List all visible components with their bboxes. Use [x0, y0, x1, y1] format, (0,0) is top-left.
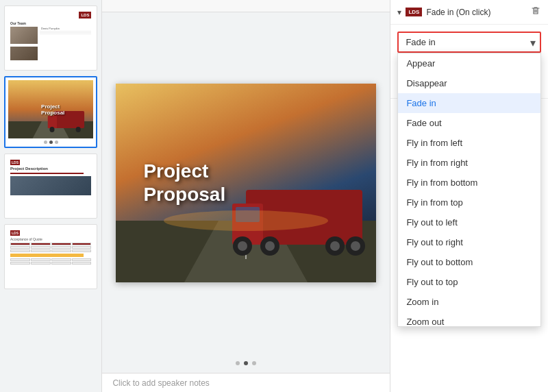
animation-type-select[interactable]: Fade in	[397, 32, 541, 53]
slide1-img2	[10, 47, 38, 60]
slide2-title: ProjectProposal	[37, 103, 64, 116]
speaker-notes-placeholder: Click to add speaker notes	[112, 378, 209, 388]
animation-header: ▾ LDS Fade in (On click)	[390, 0, 548, 25]
option-fly-in-right[interactable]: Fly in from right	[398, 153, 540, 173]
slide-thumb-4[interactable]: 4 LDS Acceptance of Quote	[4, 224, 97, 289]
slide-title-line1: Project	[143, 160, 225, 183]
chevron-down-icon[interactable]: ▾	[397, 8, 401, 17]
option-fly-out-right[interactable]: Fly out to right	[398, 232, 540, 252]
option-fade-out[interactable]: Fade out	[398, 113, 540, 133]
slide1-img1	[10, 27, 38, 44]
slide-thumb-inner-4: LDS Acceptance of Quote	[8, 228, 94, 286]
option-fly-out-bottom[interactable]: Fly out to bottom	[398, 252, 540, 272]
option-appear[interactable]: Appear	[398, 53, 540, 73]
page-dot-2	[244, 361, 248, 365]
animation-type-dropdown-wrapper: Fade in ▾ Appear Disappear Fade in Fade …	[397, 32, 541, 53]
slide-thumbnails-panel: 1 LDS Our Team Denis Pumpkin	[0, 0, 102, 392]
svg-point-22	[164, 210, 328, 231]
svg-point-15	[238, 241, 247, 251]
option-fade-in[interactable]: Fade in	[398, 93, 540, 113]
slide2-bg: ProjectProposal	[8, 80, 93, 138]
slide-thumb-inner-2: ProjectProposal	[8, 80, 93, 138]
main-editor-area: Project Proposal Click to add speaker no…	[102, 0, 390, 392]
delete-animation-button[interactable]	[530, 5, 541, 19]
animation-dropdown-menu: Appear Disappear Fade in Fade out Fly in…	[397, 53, 541, 327]
main-slide[interactable]: Project Proposal	[116, 84, 376, 282]
slide-thumb-1[interactable]: 1 LDS Our Team Denis Pumpkin	[4, 5, 97, 71]
svg-point-5	[49, 127, 54, 132]
table-row-4	[10, 262, 91, 265]
slide1-text: Denis Pumpkin	[41, 27, 91, 30]
slide-title-line2: Proposal	[143, 183, 225, 206]
svg-point-17	[265, 241, 275, 251]
slide3-img	[10, 176, 91, 195]
svg-rect-4	[48, 116, 57, 128]
page-dot-3	[252, 361, 256, 365]
slide-background: Project Proposal	[116, 84, 376, 282]
slide1-logo: LDS	[79, 12, 91, 19]
slide-thumb-3[interactable]: 3 LDS Project Description	[4, 154, 97, 219]
animation-controls: Fade in ▾ Appear Disappear Fade in Fade …	[390, 25, 548, 99]
slide1-header: Our Team	[10, 21, 91, 25]
speaker-notes-bar[interactable]: Click to add speaker notes	[102, 373, 390, 392]
slide-thumb-inner-3: LDS Project Description	[8, 157, 94, 215]
slide-canvas-container[interactable]: Project Proposal	[102, 12, 390, 354]
option-fly-in-top[interactable]: Fly in from top	[398, 193, 540, 212]
svg-point-19	[330, 241, 340, 251]
dot-3	[55, 140, 58, 144]
option-fly-out-top[interactable]: Fly out to top	[398, 272, 540, 292]
dot-1	[44, 140, 47, 144]
slide-thumb-inner-1: LDS Our Team Denis Pumpkin	[8, 9, 94, 67]
slide3-logo: LDS	[10, 160, 20, 165]
option-disappear[interactable]: Disappear	[398, 73, 540, 93]
slide4-title: Acceptance of Quote	[10, 237, 91, 241]
slide3-bar	[10, 173, 84, 174]
slide4-logo: LDS	[10, 230, 20, 236]
slide-page-indicator	[102, 354, 390, 373]
svg-point-21	[351, 241, 360, 251]
table-row-2	[10, 249, 91, 252]
slide3-title: Project Description	[10, 167, 91, 171]
animation-panel: ▾ LDS Fade in (On click) Fade in ▾ Appea…	[390, 0, 548, 392]
ruler-top	[102, 0, 390, 12]
option-fly-in-bottom[interactable]: Fly in from bottom	[398, 173, 540, 193]
slide-thumb-2[interactable]: 2	[4, 76, 97, 148]
svg-point-6	[76, 127, 81, 132]
table-row-1	[10, 246, 91, 249]
table-row-3	[10, 258, 91, 261]
option-zoom-in[interactable]: Zoom in	[398, 292, 540, 312]
option-fly-in-left[interactable]: Fly in from left	[398, 133, 540, 153]
animation-title: Fade in (On click)	[426, 8, 526, 17]
option-zoom-out[interactable]: Zoom out	[398, 312, 540, 327]
animation-logo-badge: LDS	[406, 8, 422, 16]
table-header-row	[10, 243, 91, 245]
dot-2	[49, 140, 53, 144]
slide4-highlight	[10, 254, 84, 257]
page-dot-1	[236, 361, 240, 365]
option-fly-out-left[interactable]: Fly out to left	[398, 212, 540, 232]
